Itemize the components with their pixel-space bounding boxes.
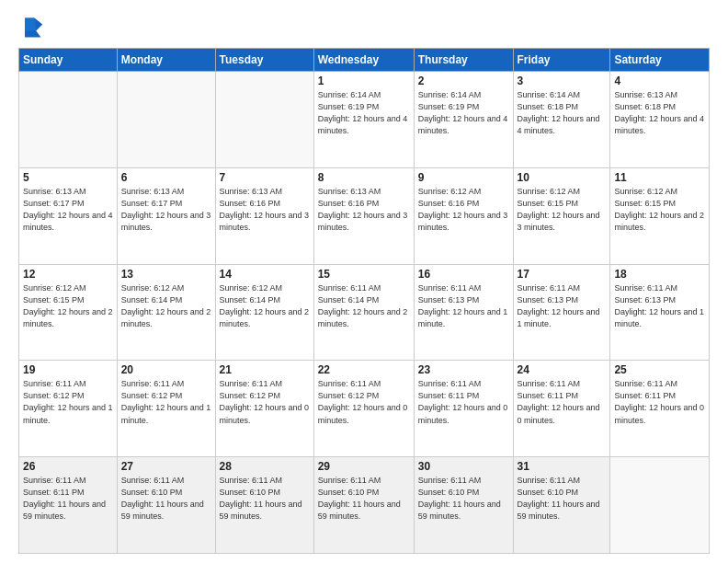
day-number: 7: [220, 171, 310, 184]
weekday-header-sunday: Sunday: [19, 49, 118, 72]
calendar-cell: 12Sunrise: 6:12 AM Sunset: 6:15 PM Dayli…: [19, 264, 118, 361]
day-info: Sunrise: 6:11 AM Sunset: 6:11 PM Dayligh…: [23, 475, 113, 523]
day-info: Sunrise: 6:12 AM Sunset: 6:15 PM Dayligh…: [23, 282, 113, 330]
day-info: Sunrise: 6:11 AM Sunset: 6:12 PM Dayligh…: [121, 378, 211, 426]
calendar-cell: 5Sunrise: 6:13 AM Sunset: 6:17 PM Daylig…: [19, 167, 118, 264]
day-info: Sunrise: 6:14 AM Sunset: 6:18 PM Dayligh…: [518, 89, 607, 137]
day-info: Sunrise: 6:12 AM Sunset: 6:16 PM Dayligh…: [418, 186, 509, 234]
weekday-header-saturday: Saturday: [610, 49, 710, 72]
day-info: Sunrise: 6:12 AM Sunset: 6:15 PM Dayligh…: [518, 186, 607, 234]
day-number: 31: [518, 460, 607, 473]
day-number: 4: [614, 75, 705, 87]
day-number: 30: [418, 460, 509, 473]
day-number: 3: [518, 75, 607, 87]
calendar-cell: 13Sunrise: 6:12 AM Sunset: 6:14 PM Dayli…: [117, 264, 215, 361]
day-info: Sunrise: 6:13 AM Sunset: 6:17 PM Dayligh…: [121, 186, 211, 234]
day-info: Sunrise: 6:11 AM Sunset: 6:14 PM Dayligh…: [318, 282, 410, 330]
day-info: Sunrise: 6:11 AM Sunset: 6:10 PM Dayligh…: [518, 475, 607, 523]
day-number: 2: [418, 75, 509, 87]
day-number: 10: [518, 171, 607, 184]
weekday-header-wednesday: Wednesday: [313, 49, 414, 72]
day-number: 6: [121, 171, 211, 184]
day-info: Sunrise: 6:14 AM Sunset: 6:19 PM Dayligh…: [418, 89, 509, 137]
calendar-cell: 8Sunrise: 6:13 AM Sunset: 6:16 PM Daylig…: [313, 167, 414, 264]
day-number: 29: [318, 460, 410, 473]
day-number: 12: [23, 268, 113, 281]
day-info: Sunrise: 6:13 AM Sunset: 6:18 PM Dayligh…: [614, 89, 705, 137]
weekday-header-tuesday: Tuesday: [215, 49, 313, 72]
day-number: 22: [318, 363, 410, 376]
calendar-cell: 9Sunrise: 6:12 AM Sunset: 6:16 PM Daylig…: [414, 167, 513, 264]
day-info: Sunrise: 6:11 AM Sunset: 6:10 PM Dayligh…: [121, 475, 211, 523]
day-number: 20: [121, 363, 211, 376]
day-number: 23: [418, 363, 509, 376]
day-info: Sunrise: 6:12 AM Sunset: 6:14 PM Dayligh…: [220, 282, 310, 330]
calendar-cell: 24Sunrise: 6:11 AM Sunset: 6:11 PM Dayli…: [513, 361, 610, 457]
day-info: Sunrise: 6:13 AM Sunset: 6:17 PM Dayligh…: [23, 186, 113, 234]
calendar-week-row: 5Sunrise: 6:13 AM Sunset: 6:17 PM Daylig…: [19, 167, 710, 264]
weekday-header-monday: Monday: [117, 49, 215, 72]
weekday-header-thursday: Thursday: [414, 49, 513, 72]
page: SundayMondayTuesdayWednesdayThursdayFrid…: [0, 0, 728, 563]
day-number: 21: [220, 363, 310, 376]
calendar-cell: 19Sunrise: 6:11 AM Sunset: 6:12 PM Dayli…: [19, 361, 118, 457]
calendar-cell: 11Sunrise: 6:12 AM Sunset: 6:15 PM Dayli…: [610, 167, 710, 264]
day-info: Sunrise: 6:13 AM Sunset: 6:16 PM Dayligh…: [220, 186, 310, 234]
weekday-header-friday: Friday: [513, 49, 610, 72]
day-number: 13: [121, 268, 211, 281]
calendar-cell: [19, 72, 118, 168]
svg-marker-2: [25, 18, 36, 31]
day-info: Sunrise: 6:11 AM Sunset: 6:12 PM Dayligh…: [23, 378, 113, 426]
generalblue-icon: [18, 15, 44, 40]
calendar-cell: 26Sunrise: 6:11 AM Sunset: 6:11 PM Dayli…: [19, 457, 118, 554]
header: [18, 15, 710, 40]
day-info: Sunrise: 6:11 AM Sunset: 6:13 PM Dayligh…: [418, 282, 509, 330]
day-info: Sunrise: 6:11 AM Sunset: 6:13 PM Dayligh…: [614, 282, 705, 330]
calendar-cell: 17Sunrise: 6:11 AM Sunset: 6:13 PM Dayli…: [513, 264, 610, 361]
day-info: Sunrise: 6:11 AM Sunset: 6:10 PM Dayligh…: [220, 475, 310, 523]
day-number: 14: [220, 268, 310, 281]
calendar-cell: 2Sunrise: 6:14 AM Sunset: 6:19 PM Daylig…: [414, 72, 513, 168]
day-number: 5: [23, 171, 113, 184]
day-number: 15: [318, 268, 410, 281]
calendar-cell: [117, 72, 215, 168]
calendar-cell: 16Sunrise: 6:11 AM Sunset: 6:13 PM Dayli…: [414, 264, 513, 361]
calendar-cell: 21Sunrise: 6:11 AM Sunset: 6:12 PM Dayli…: [215, 361, 313, 457]
day-number: 28: [220, 460, 310, 473]
calendar-week-row: 19Sunrise: 6:11 AM Sunset: 6:12 PM Dayli…: [19, 361, 710, 457]
calendar-cell: 30Sunrise: 6:11 AM Sunset: 6:10 PM Dayli…: [414, 457, 513, 554]
calendar-cell: 3Sunrise: 6:14 AM Sunset: 6:18 PM Daylig…: [513, 72, 610, 168]
weekday-header-row: SundayMondayTuesdayWednesdayThursdayFrid…: [19, 49, 710, 72]
day-number: 1: [318, 75, 410, 87]
calendar-cell: 1Sunrise: 6:14 AM Sunset: 6:19 PM Daylig…: [313, 72, 414, 168]
calendar-cell: [215, 72, 313, 168]
calendar-cell: 23Sunrise: 6:11 AM Sunset: 6:11 PM Dayli…: [414, 361, 513, 457]
day-number: 18: [614, 268, 705, 281]
calendar-cell: 7Sunrise: 6:13 AM Sunset: 6:16 PM Daylig…: [215, 167, 313, 264]
day-number: 19: [23, 363, 113, 376]
calendar-cell: 4Sunrise: 6:13 AM Sunset: 6:18 PM Daylig…: [610, 72, 710, 168]
day-number: 27: [121, 460, 211, 473]
day-info: Sunrise: 6:11 AM Sunset: 6:12 PM Dayligh…: [220, 378, 310, 426]
day-info: Sunrise: 6:13 AM Sunset: 6:16 PM Dayligh…: [318, 186, 410, 234]
day-info: Sunrise: 6:11 AM Sunset: 6:11 PM Dayligh…: [418, 378, 509, 426]
day-number: 16: [418, 268, 509, 281]
day-info: Sunrise: 6:11 AM Sunset: 6:13 PM Dayligh…: [518, 282, 607, 330]
day-info: Sunrise: 6:11 AM Sunset: 6:10 PM Dayligh…: [418, 475, 509, 523]
logo: [18, 15, 48, 40]
day-info: Sunrise: 6:11 AM Sunset: 6:11 PM Dayligh…: [614, 378, 705, 426]
calendar-cell: 22Sunrise: 6:11 AM Sunset: 6:12 PM Dayli…: [313, 361, 414, 457]
calendar-table: SundayMondayTuesdayWednesdayThursdayFrid…: [18, 48, 710, 554]
calendar-week-row: 1Sunrise: 6:14 AM Sunset: 6:19 PM Daylig…: [19, 72, 710, 168]
day-number: 26: [23, 460, 113, 473]
calendar-cell: 18Sunrise: 6:11 AM Sunset: 6:13 PM Dayli…: [610, 264, 710, 361]
day-info: Sunrise: 6:12 AM Sunset: 6:15 PM Dayligh…: [614, 186, 705, 234]
calendar-week-row: 12Sunrise: 6:12 AM Sunset: 6:15 PM Dayli…: [19, 264, 710, 361]
day-info: Sunrise: 6:11 AM Sunset: 6:10 PM Dayligh…: [318, 475, 410, 523]
calendar-cell: [610, 457, 710, 554]
calendar-cell: 15Sunrise: 6:11 AM Sunset: 6:14 PM Dayli…: [313, 264, 414, 361]
day-number: 24: [518, 363, 607, 376]
day-info: Sunrise: 6:11 AM Sunset: 6:11 PM Dayligh…: [518, 378, 607, 426]
calendar-cell: 25Sunrise: 6:11 AM Sunset: 6:11 PM Dayli…: [610, 361, 710, 457]
calendar-cell: 6Sunrise: 6:13 AM Sunset: 6:17 PM Daylig…: [117, 167, 215, 264]
